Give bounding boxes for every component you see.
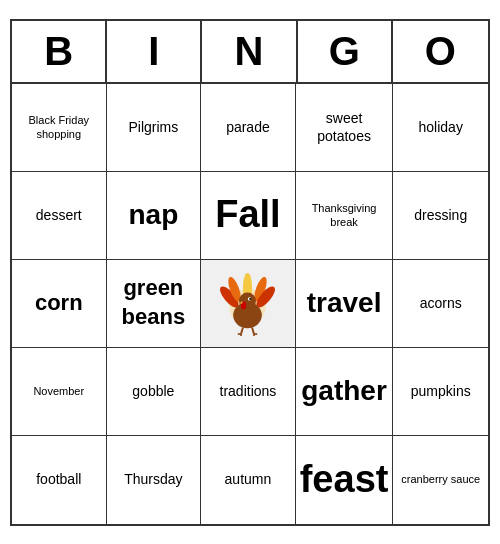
cell-text-3-1: gobble — [132, 382, 174, 400]
cell-3-3: gather — [296, 348, 394, 436]
cell-0-4: holiday — [393, 84, 488, 172]
cell-text-3-0: November — [33, 384, 84, 398]
cell-text-4-4: cranberry sauce — [401, 472, 480, 486]
cell-text-3-3: gather — [301, 373, 387, 409]
header-i: I — [107, 21, 202, 82]
cell-text-1-3: Thanksgiving break — [300, 201, 389, 230]
cell-2-2 — [201, 260, 296, 348]
cell-text-4-0: football — [36, 470, 81, 488]
cell-4-4: cranberry sauce — [393, 436, 488, 524]
cell-text-0-0: Black Friday shopping — [16, 113, 102, 142]
cell-4-1: Thursday — [107, 436, 202, 524]
cell-1-1: nap — [107, 172, 202, 260]
cell-3-1: gobble — [107, 348, 202, 436]
cell-2-0: corn — [12, 260, 107, 348]
cell-text-1-2: Fall — [215, 190, 280, 239]
cell-2-1: green beans — [107, 260, 202, 348]
cell-text-4-1: Thursday — [124, 470, 182, 488]
bingo-grid: Black Friday shoppingPilgrimsparadesweet… — [12, 84, 488, 524]
cell-text-3-4: pumpkins — [411, 382, 471, 400]
cell-text-4-3: feast — [300, 455, 389, 504]
cell-2-4: acorns — [393, 260, 488, 348]
cell-3-0: November — [12, 348, 107, 436]
cell-text-1-1: nap — [128, 197, 178, 233]
bingo-card: B I N G O Black Friday shoppingPilgrimsp… — [10, 19, 490, 526]
cell-0-0: Black Friday shopping — [12, 84, 107, 172]
cell-0-3: sweet potatoes — [296, 84, 394, 172]
cell-text-1-4: dressing — [414, 206, 467, 224]
cell-0-2: parade — [201, 84, 296, 172]
cell-text-0-2: parade — [226, 118, 270, 136]
svg-point-11 — [250, 297, 252, 299]
cell-1-3: Thanksgiving break — [296, 172, 394, 260]
cell-text-1-0: dessert — [36, 206, 82, 224]
bingo-header: B I N G O — [12, 21, 488, 84]
cell-text-0-3: sweet potatoes — [300, 109, 389, 145]
cell-1-2: Fall — [201, 172, 296, 260]
cell-text-0-1: Pilgrims — [128, 118, 178, 136]
cell-text-2-0: corn — [35, 289, 83, 318]
turkey-icon — [215, 271, 280, 336]
cell-text-3-2: traditions — [220, 382, 277, 400]
header-g: G — [298, 21, 393, 82]
cell-text-2-1: green beans — [111, 274, 197, 331]
cell-2-3: travel — [296, 260, 394, 348]
cell-1-0: dessert — [12, 172, 107, 260]
cell-text-4-2: autumn — [225, 470, 272, 488]
cell-text-2-3: travel — [307, 285, 382, 321]
cell-3-4: pumpkins — [393, 348, 488, 436]
cell-4-2: autumn — [201, 436, 296, 524]
cell-text-0-4: holiday — [419, 118, 463, 136]
header-b: B — [12, 21, 107, 82]
cell-4-3: feast — [296, 436, 394, 524]
header-n: N — [202, 21, 297, 82]
cell-4-0: football — [12, 436, 107, 524]
cell-1-4: dressing — [393, 172, 488, 260]
svg-line-13 — [252, 327, 254, 334]
svg-line-12 — [241, 327, 243, 334]
cell-3-2: traditions — [201, 348, 296, 436]
cell-text-2-4: acorns — [420, 294, 462, 312]
header-o: O — [393, 21, 488, 82]
cell-0-1: Pilgrims — [107, 84, 202, 172]
